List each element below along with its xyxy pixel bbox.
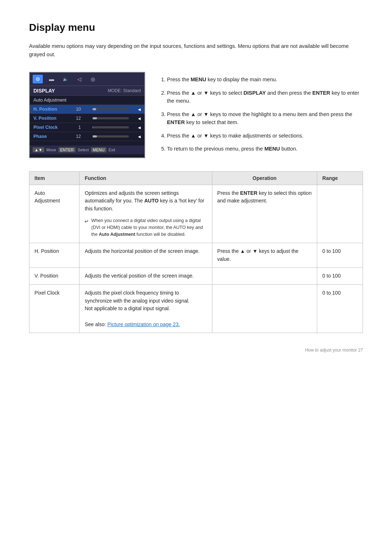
- osd-item-hposition-label: H. Position: [33, 107, 66, 112]
- col-header-function: Function: [79, 171, 212, 185]
- osd-icon-display: ⚙: [33, 75, 43, 83]
- osd-item-vposition-label: V. Position: [33, 116, 66, 121]
- top-section: ⚙ ▬ 🔈 ◁ ◎ DISPLAY MODE: Standard Auto Ad…: [29, 72, 363, 158]
- note-auto-adjustment: ↵ When you connect a digital video outpu…: [85, 217, 207, 238]
- osd-slider-arrow3: ◀: [138, 126, 141, 130]
- osd-icon-audio: 🔈: [60, 75, 70, 83]
- operation-auto-adjustment: Press the ENTER key to select this optio…: [212, 185, 317, 243]
- osd-icon-system: ◎: [88, 75, 98, 83]
- table-row-vposition: V. Position Adjusts the vertical positio…: [29, 268, 363, 285]
- item-auto-adjustment: AutoAdjustment: [29, 185, 79, 243]
- osd-icon-nav: ◁: [74, 75, 84, 83]
- range-hposition: 0 to 100: [317, 243, 363, 267]
- note-icon: ↵: [85, 218, 89, 226]
- osd-icons-row: ⚙ ▬ 🔈 ◁ ◎: [30, 73, 144, 86]
- col-header-operation: Operation: [212, 171, 317, 185]
- table-row-auto: AutoAdjustment Optimizes and adjusts the…: [29, 185, 363, 243]
- osd-item-vposition-value: 12: [74, 116, 81, 121]
- footer-page: How to adjust your monitor 27: [29, 348, 363, 353]
- osd-item-phase-slider: [93, 135, 129, 138]
- page-title: Display menu: [29, 22, 363, 33]
- main-table: Item Function Operation Range AutoAdjust…: [29, 171, 363, 333]
- function-hposition: Adjusts the horizontal position of the s…: [79, 243, 212, 267]
- item-pixelclock: Pixel Clock: [29, 284, 79, 333]
- operation-pixelclock: [212, 284, 317, 333]
- col-header-item: Item: [29, 171, 79, 185]
- col-header-range: Range: [317, 171, 363, 185]
- osd-btn-enter: ENTER: [58, 147, 75, 152]
- range-pixelclock: 0 to 100: [317, 284, 363, 333]
- function-pixelclock: Adjusts the pixel clock frequency timing…: [79, 284, 212, 333]
- osd-item-auto: Auto Adjustment: [30, 96, 144, 105]
- osd-item-phase-value: 12: [74, 134, 81, 139]
- function-vposition: Adjusts the vertical position of the scr…: [79, 268, 212, 285]
- osd-item-vposition-slider: [93, 117, 129, 119]
- osd-exit-label: Exit: [109, 148, 115, 152]
- osd-btn-arrows: ▲▼: [33, 147, 44, 152]
- item-hposition: H. Position: [29, 243, 79, 267]
- osd-slider-arrow: ◀: [138, 107, 141, 111]
- intro-text: Available menu options may vary dependin…: [29, 42, 363, 59]
- operation-hposition: Press the ▲ or ▼ keys to adjust the valu…: [212, 243, 317, 267]
- osd-header: DISPLAY MODE: Standard: [30, 86, 144, 96]
- osd-select-label: Select: [78, 148, 89, 152]
- range-auto-adjustment: [317, 185, 363, 243]
- step-4: Press the ▲ or ▼ keys to make adjustment…: [167, 132, 363, 140]
- step-3: Press the ▲ or ▼ keys to move the highli…: [167, 110, 363, 127]
- osd-item-pixelclock-label: Pixel Clock: [33, 125, 66, 130]
- range-vposition: 0 to 100: [317, 268, 363, 285]
- osd-menu: ⚙ ▬ 🔈 ◁ ◎ DISPLAY MODE: Standard Auto Ad…: [29, 72, 145, 158]
- steps-list: Press the MENU key to display the main m…: [160, 72, 363, 158]
- osd-item-hposition-slider: [93, 108, 129, 110]
- osd-item-pixelclock-value: 1: [74, 125, 81, 130]
- osd-btn-menu: MENU: [91, 147, 106, 152]
- osd-item-phase-label: Phase: [33, 134, 66, 139]
- step-5: To return to the previous menu, press th…: [167, 145, 363, 153]
- item-vposition: V. Position: [29, 268, 79, 285]
- osd-item-hposition-value: 10: [74, 107, 81, 112]
- osd-header-title: DISPLAY: [33, 88, 55, 94]
- step-2: Press the ▲ or ▼ keys to select DISPLAY …: [167, 89, 363, 105]
- steps-ol: Press the MENU key to display the main m…: [160, 75, 363, 153]
- osd-item-phase: Phase 12 ◀: [30, 132, 144, 141]
- osd-item-pixelclock: Pixel Clock 1 ◀: [30, 123, 144, 132]
- step-1: Press the MENU key to display the main m…: [167, 75, 363, 83]
- pixelclock-link: See also: Picture optimization on page 2…: [85, 321, 180, 327]
- osd-icon-picture: ▬: [46, 75, 57, 83]
- osd-footer: ▲▼ Move ENTER Select MENU Exit: [30, 145, 144, 154]
- osd-move-label: Move: [46, 148, 56, 152]
- osd-item-hposition: H. Position 10 ◀: [30, 105, 144, 114]
- osd-header-mode: MODE: Standard: [108, 88, 141, 93]
- osd-item-pixelclock-slider: [93, 126, 129, 128]
- note-text: When you connect a digital video output …: [91, 217, 207, 238]
- osd-slider-arrow2: ◀: [138, 116, 141, 120]
- osd-slider-arrow4: ◀: [138, 135, 141, 139]
- operation-vposition: [212, 268, 317, 285]
- function-auto-adjustment: Optimizes and adjusts the screen setting…: [79, 185, 212, 243]
- table-row-pixelclock: Pixel Clock Adjusts the pixel clock freq…: [29, 284, 363, 333]
- table-row-hposition: H. Position Adjusts the horizontal posit…: [29, 243, 363, 267]
- osd-item-vposition: V. Position 12 ◀: [30, 114, 144, 123]
